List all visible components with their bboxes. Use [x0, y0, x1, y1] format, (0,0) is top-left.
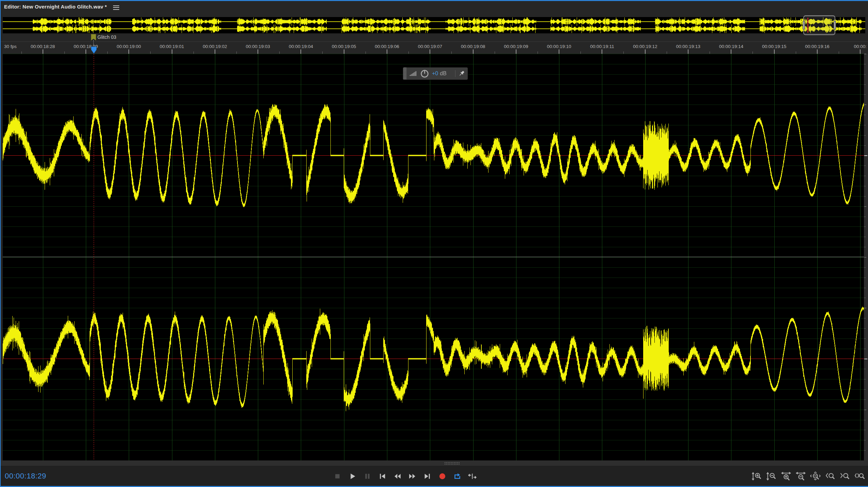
zoom-out-time-button[interactable] [795, 470, 807, 482]
zoom-out-full-icon [810, 472, 821, 481]
zoom-out-amplitude-button[interactable] [765, 470, 777, 482]
zoom-in-time-icon [781, 472, 791, 481]
scroll-grip-icon[interactable] [444, 462, 460, 465]
playhead-line [94, 54, 94, 460]
transport-controls [331, 470, 478, 483]
gain-value[interactable]: +0dB [432, 70, 447, 77]
ruler-timecode-label: 00:00:18:28 [31, 44, 55, 49]
zoom-out-amplitude-icon [766, 472, 777, 481]
zoom-to-selection-button[interactable] [853, 470, 865, 482]
zoom-in-at-inpoint-button[interactable] [824, 470, 836, 482]
skip-selection-icon [468, 472, 477, 481]
timeline-ruler[interactable]: 30 fps 00:00:18:2800:00:18:2900:00:19:00… [0, 42, 868, 54]
status-bar: 00:00:18:29 [1, 466, 868, 486]
zoom-scroll-strip[interactable] [1, 460, 868, 466]
ruler-timecode-label: 00:00:19:08 [461, 44, 485, 49]
hud-separator [455, 70, 455, 77]
loop-playback-button[interactable] [451, 470, 463, 483]
zoom-to-selection-icon [854, 472, 865, 481]
skip-to-previous-button[interactable] [376, 470, 388, 483]
frame-rate-label: 30 fps [4, 44, 17, 49]
overview-playhead [807, 18, 808, 33]
ruler-timecode-label: 00:00:19:10 [547, 44, 571, 49]
time-display[interactable]: 00:00:18:29 [5, 472, 46, 481]
ruler-timecode-label: 00:00:19:12 [633, 44, 657, 49]
play-icon [348, 472, 357, 481]
marker-label[interactable]: Glitch 03 [97, 34, 116, 40]
overview-strip[interactable] [3, 17, 865, 33]
audio-editor-panel: Editor: New Overnight Audio Glitch.wav *… [0, 0, 868, 487]
skip-next-icon [423, 472, 432, 481]
zoom-in-time-button[interactable] [780, 470, 792, 482]
waveform-canvas [3, 54, 864, 460]
panel-menu-icon[interactable] [113, 5, 119, 10]
zoom-in-outpoint-icon [839, 472, 850, 481]
play-button[interactable] [346, 470, 358, 483]
marker-lane: Glitch 03 [0, 33, 868, 42]
zoom-in-at-outpoint-button[interactable] [839, 470, 851, 482]
zoom-out-full-button[interactable] [809, 470, 821, 482]
overview-range-right-handle[interactable] [834, 21, 836, 30]
playhead-caret[interactable] [91, 46, 97, 54]
panel-focus-border-top [0, 0, 868, 1]
zoom-controls [751, 470, 865, 482]
ruler-timecode-label: 00:00:19:01 [160, 44, 184, 49]
rewind-button[interactable] [391, 470, 403, 483]
rewind-icon [393, 472, 402, 481]
ruler-timecode-label: 00:00:19:11 [590, 44, 614, 49]
stop-button[interactable] [331, 470, 343, 483]
waveform-display[interactable]: +0dB [3, 54, 864, 460]
ruler-timecode-label: 00:00:19:05 [332, 44, 356, 49]
ruler-timecode-label: 00:00:19:02 [203, 44, 227, 49]
skip-to-next-button[interactable] [421, 470, 433, 483]
ruler-timecode-label: 00:00:19:00 [117, 44, 141, 49]
amplitude-ruler[interactable] [864, 54, 868, 460]
pause-icon [363, 472, 372, 481]
ruler-timecode-label: 00:00:19:16 [805, 44, 829, 49]
ruler-ticks [0, 49, 868, 54]
pause-button[interactable] [361, 470, 373, 483]
fast-forward-button[interactable] [406, 470, 418, 483]
ruler-timecode-label: 00:00:19:03 [246, 44, 270, 49]
overview-waveform [3, 17, 865, 33]
record-button[interactable] [436, 470, 448, 483]
panel-title: Editor: New Overnight Audio Glitch.wav * [4, 4, 107, 10]
record-icon [438, 472, 447, 481]
ruler-timecode-label: 00:00:19:07 [418, 44, 442, 49]
skip-selection-button[interactable] [466, 470, 478, 483]
pin-icon[interactable] [458, 70, 465, 77]
gain-knob-icon[interactable] [420, 69, 429, 78]
panel-focus-border-left [0, 0, 1, 487]
zoom-in-amplitude-button[interactable] [751, 470, 763, 482]
marker-flag-icon[interactable] [91, 34, 96, 41]
overview-range-left-handle[interactable] [803, 21, 805, 30]
skip-previous-icon [378, 472, 387, 481]
loop-icon [453, 472, 462, 481]
zoom-in-inpoint-icon [825, 472, 835, 481]
zoom-in-amplitude-icon [751, 472, 762, 481]
level-meter-icon [409, 70, 418, 77]
ruler-timecode-label: 00:00:19:04 [289, 44, 313, 49]
ruler-timecode-label: 00:00:19:09 [504, 44, 528, 49]
panel-title-bar: Editor: New Overnight Audio Glitch.wav * [1, 1, 868, 13]
zoom-out-time-icon [795, 472, 806, 481]
amplitude-ruler-ticks [864, 54, 868, 460]
marker-guide-line [93, 40, 94, 47]
ruler-timecode-label: 00:00:19:13 [676, 44, 700, 49]
ruler-timecode-label: 00:00:19:14 [719, 44, 743, 49]
gain-hud[interactable]: +0dB [403, 67, 468, 80]
ruler-timecode-label: 00:00:19:15 [762, 44, 786, 49]
ruler-timecode-label: 00:00: [854, 44, 867, 49]
hud-drag-handle-icon[interactable] [403, 67, 407, 80]
ruler-timecode-label: 00:00:19:06 [375, 44, 399, 49]
fast-forward-icon [408, 472, 417, 481]
stop-icon [333, 472, 342, 481]
channel-divider[interactable] [3, 257, 864, 257]
